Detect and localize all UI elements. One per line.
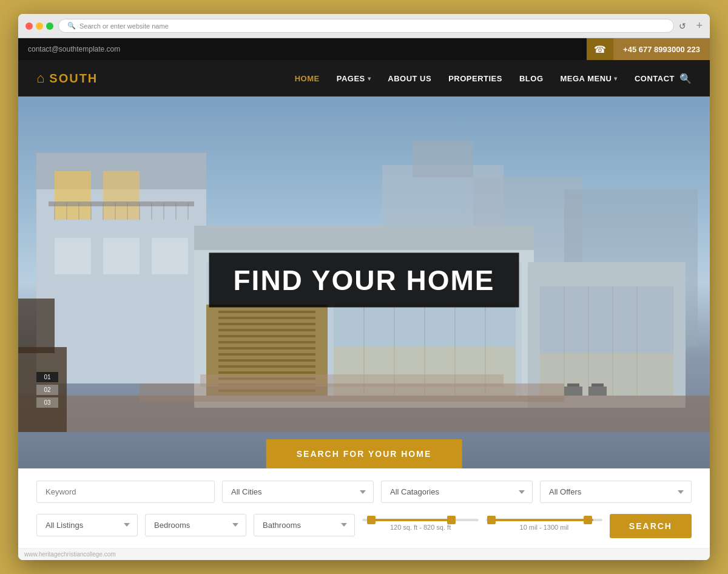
- browser-dots: [25, 22, 53, 30]
- nav-links: HOME PAGES ▾ ABOUT US PROPERTIES BLOG ME…: [295, 74, 675, 83]
- svg-rect-32: [218, 335, 315, 337]
- categories-select[interactable]: All Catagories: [381, 481, 533, 503]
- svg-rect-6: [55, 171, 91, 220]
- nav-item-blog[interactable]: BLOG: [519, 74, 544, 83]
- nav-item-pages[interactable]: PAGES ▾: [337, 74, 371, 83]
- nav-link-blog[interactable]: BLOG: [519, 74, 544, 83]
- contact-email: contact@southtemplate.com: [18, 45, 130, 53]
- price-thumb-left[interactable]: [487, 516, 496, 524]
- phone-icon: ☎: [594, 44, 606, 55]
- sqft-thumb-right[interactable]: [447, 516, 456, 524]
- nav-item-contact[interactable]: CONTACT: [635, 74, 675, 83]
- svg-rect-31: [218, 329, 315, 331]
- listings-select[interactable]: All Listings: [36, 514, 138, 536]
- footer-credit: www.heritagechristiancollege.com: [24, 551, 116, 558]
- bedrooms-select[interactable]: Bedrooms: [145, 514, 246, 536]
- minimize-button-dot[interactable]: [36, 22, 43, 30]
- browser-window: 🔍 Search or enter website name ↺ + conta…: [18, 14, 710, 560]
- search-hero-button[interactable]: SEARCH FOR YOUR HOME: [266, 439, 462, 468]
- svg-rect-34: [218, 347, 315, 349]
- nav-item-mega[interactable]: MEGA MENU ▾: [561, 74, 618, 83]
- svg-rect-63: [567, 383, 579, 387]
- website: contact@southtemplate.com ☎ +45 677 8993…: [18, 38, 710, 560]
- nav-link-properties[interactable]: PROPERTIES: [448, 74, 502, 83]
- phone-section: ☎ +45 677 8993000 223: [587, 38, 710, 60]
- svg-rect-7: [103, 171, 140, 220]
- price-range-label: 10 mil - 1300 mil: [486, 524, 602, 531]
- logo-icon: ⌂: [36, 70, 44, 86]
- nav-link-mega[interactable]: MEGA MENU ▾: [561, 74, 618, 83]
- new-tab-button[interactable]: +: [696, 19, 703, 32]
- url-bar[interactable]: 🔍 Search or enter website name: [58, 19, 674, 33]
- price-slider[interactable]: [486, 519, 602, 521]
- svg-rect-38: [218, 371, 315, 374]
- search-button[interactable]: SEARCH: [610, 514, 692, 538]
- price-range-section: 10 mil - 1300 mil: [486, 519, 602, 531]
- sqft-track: [362, 519, 479, 521]
- chevron-down-icon-2: ▾: [614, 75, 618, 82]
- search-row-2: All Listings Bedrooms Bathrooms: [36, 512, 692, 538]
- svg-rect-61: [564, 387, 582, 396]
- keyword-input[interactable]: [36, 481, 215, 503]
- svg-rect-1: [413, 141, 473, 177]
- slide-indicator-2[interactable]: 02: [36, 385, 58, 395]
- svg-rect-8: [55, 238, 91, 274]
- nav-item-about[interactable]: ABOUT US: [388, 74, 431, 83]
- svg-rect-62: [588, 387, 607, 396]
- sqft-fill: [368, 519, 450, 521]
- search-icon-nav[interactable]: 🔍: [679, 73, 692, 84]
- top-bar: contact@southtemplate.com ☎ +45 677 8993…: [18, 38, 710, 60]
- sqft-range-label: 120 sq. ft - 820 sq. ft: [362, 524, 479, 531]
- sqft-range-section: 120 sq. ft - 820 sq. ft: [362, 519, 479, 531]
- chevron-down-icon: ▾: [368, 75, 371, 82]
- svg-rect-28: [218, 311, 315, 313]
- bathrooms-select[interactable]: Bathrooms: [254, 514, 355, 536]
- maximize-button-dot[interactable]: [46, 22, 53, 30]
- browser-chrome: 🔍 Search or enter website name ↺ +: [18, 14, 710, 38]
- footer-bar: www.heritagechristiancollege.com: [18, 548, 710, 560]
- phone-number[interactable]: +45 677 8993000 223: [613, 38, 710, 60]
- svg-rect-10: [152, 238, 188, 274]
- close-button-dot[interactable]: [25, 22, 33, 30]
- slide-indicator-1[interactable]: 01: [36, 372, 58, 382]
- reload-button[interactable]: ↺: [679, 21, 686, 31]
- nav-link-contact[interactable]: CONTACT: [635, 74, 675, 83]
- nav-link-pages[interactable]: PAGES ▾: [337, 74, 371, 83]
- url-text: Search or enter website name: [79, 22, 169, 30]
- offers-select[interactable]: All Offers: [540, 481, 692, 503]
- svg-rect-35: [218, 353, 315, 356]
- logo-text: SOUTH: [49, 72, 98, 86]
- nav-link-home[interactable]: HOME: [295, 74, 320, 83]
- sqft-thumb-left[interactable]: [367, 516, 376, 524]
- svg-rect-36: [218, 359, 315, 362]
- slide-indicators: 01 02 03: [36, 372, 58, 408]
- search-row-1: All Cities All Catagories All Offers: [36, 481, 692, 503]
- svg-rect-60: [18, 299, 55, 353]
- svg-rect-30: [218, 323, 315, 325]
- logo[interactable]: ⌂ SOUTH: [36, 70, 98, 86]
- svg-rect-29: [218, 317, 315, 319]
- cities-select[interactable]: All Cities: [222, 481, 374, 503]
- search-section: All Cities All Catagories All Offers All…: [18, 468, 710, 548]
- hero-section: FIND YOUR HOME 01 02 03 SEARCH FOR YOUR …: [18, 96, 710, 468]
- sqft-slider[interactable]: [362, 519, 479, 521]
- svg-rect-33: [218, 341, 315, 343]
- price-track: [486, 519, 602, 521]
- nav-link-about[interactable]: ABOUT US: [388, 74, 431, 83]
- svg-rect-9: [103, 238, 140, 274]
- phone-icon-box: ☎: [587, 38, 613, 60]
- navigation: ⌂ SOUTH HOME PAGES ▾ ABOUT US PROPERTIES…: [18, 60, 710, 96]
- price-fill: [488, 519, 593, 521]
- hero-title: FIND YOUR HOME: [234, 263, 495, 296]
- svg-rect-11: [49, 201, 194, 206]
- svg-rect-37: [218, 365, 315, 368]
- svg-rect-25: [194, 226, 534, 250]
- slide-indicator-3[interactable]: 03: [36, 397, 58, 408]
- price-thumb-right[interactable]: [584, 516, 592, 524]
- nav-item-home[interactable]: HOME: [295, 74, 320, 83]
- hero-title-overlay: FIND YOUR HOME: [209, 252, 519, 307]
- svg-rect-64: [592, 383, 604, 387]
- svg-rect-58: [200, 374, 504, 387]
- search-icon: 🔍: [67, 22, 76, 30]
- nav-item-properties[interactable]: PROPERTIES: [448, 74, 502, 83]
